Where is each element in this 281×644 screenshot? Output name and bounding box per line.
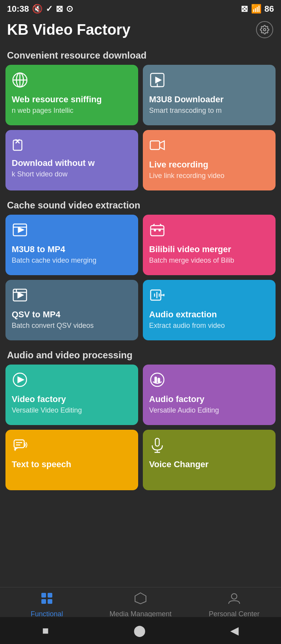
audio-factory-title: Audio factory — [149, 394, 269, 404]
nav-personal[interactable]: Personal Center — [187, 591, 281, 618]
card-m3u8-mp4[interactable]: M3U8 to MP4 Batch cache video merging — [5, 215, 138, 275]
time-display: 10:38 — [7, 4, 29, 14]
video-factory-icon — [12, 372, 132, 390]
voice-changer-icon — [149, 437, 269, 455]
app-title: KB Video Factory — [7, 21, 130, 38]
audio-ext-title: Audio extraction — [149, 310, 269, 320]
call-icon: ⊙ — [66, 4, 73, 14]
svg-rect-43 — [41, 593, 46, 598]
video-factory-subtitle: Versatile Video Editing — [12, 406, 132, 415]
card-voice-changer[interactable]: Voice Changer — [143, 430, 276, 490]
card-audio-factory[interactable]: Audio factory Versatile Audio Editing — [143, 365, 276, 425]
bilibili-title: Bilibili video merger — [149, 244, 269, 254]
m3u8-dl-title: M3U8 Downloader — [149, 94, 269, 105]
settings-button[interactable] — [255, 20, 274, 39]
nav-functional[interactable]: Functional — [0, 591, 94, 618]
functional-nav-icon — [40, 591, 54, 608]
svg-rect-36 — [158, 378, 160, 382]
svg-marker-23 — [18, 292, 23, 298]
dl-without-icon — [12, 137, 132, 154]
m3u8-dl-subtitle: Smart transcoding to m — [149, 106, 269, 115]
bilibili-subtitle: Batch merge videos of Bilib — [149, 256, 269, 265]
system-square-button[interactable]: ■ — [37, 623, 53, 639]
system-circle-button[interactable]: ⬤ — [129, 623, 150, 639]
tts-title: Text to speech — [12, 459, 132, 470]
live-rec-title: Live recording — [149, 160, 269, 170]
dl-without-subtitle: k Short video dow — [12, 170, 132, 179]
card-web-sniff[interactable]: Web resource sniffing n web pages Intell… — [5, 65, 138, 125]
svg-point-34 — [151, 373, 164, 386]
system-nav-bar: ■ ⬤ ◀ — [0, 617, 281, 644]
card-live-rec[interactable]: Live recording Live link recording video — [143, 130, 276, 190]
audio-ext-subtitle: Extract audio from video — [149, 321, 269, 330]
svg-marker-14 — [18, 228, 23, 232]
m3u8-dl-icon — [149, 72, 269, 91]
voice-changer-title: Voice Changer — [149, 459, 269, 470]
web-sniff-subtitle: n web pages Intellic — [12, 106, 132, 115]
video-factory-title: Video factory — [12, 394, 132, 404]
audio-factory-subtitle: Versatile Audio Editing — [149, 406, 269, 415]
audio-factory-icon — [149, 372, 269, 390]
close-icon: ⊠ — [241, 4, 248, 14]
status-right: ⊠ 📶 86 — [241, 4, 274, 14]
card-bilibili[interactable]: Bilibili video merger Batch merge videos… — [143, 215, 276, 275]
svg-rect-40 — [155, 438, 159, 446]
qsv-mp4-icon — [12, 287, 132, 306]
m3u8-mp4-icon — [12, 222, 132, 240]
svg-marker-33 — [18, 377, 23, 382]
audio-ext-icon — [149, 287, 269, 306]
media-nav-icon — [133, 591, 148, 608]
svg-marker-47 — [135, 593, 146, 604]
qsv-mp4-subtitle: Batch convert QSV videos — [12, 321, 132, 330]
svg-point-48 — [231, 594, 237, 599]
mute-icon: 🔇 — [32, 4, 43, 14]
qsv-mp4-title: QSV to MP4 — [12, 310, 132, 320]
card-video-factory[interactable]: Video factory Versatile Video Editing — [5, 365, 138, 425]
svg-rect-16 — [151, 226, 164, 236]
bilibili-icon — [149, 222, 269, 240]
bottom-nav: Functional Media Management Personal Cen… — [0, 587, 281, 621]
card-m3u8-dl[interactable]: M3U8 Downloader Smart transcoding to m — [143, 65, 276, 125]
gallery-icon: ⊠ — [56, 4, 63, 14]
wifi-icon: 📶 — [251, 4, 261, 14]
live-rec-subtitle: Live link recording video — [149, 171, 269, 180]
svg-rect-46 — [48, 599, 52, 604]
web-sniff-title: Web resource sniffing — [12, 94, 132, 105]
live-rec-icon — [149, 137, 269, 156]
battery-icon: 86 — [265, 4, 274, 14]
svg-marker-6 — [156, 77, 161, 83]
svg-rect-44 — [48, 593, 52, 598]
svg-rect-37 — [14, 440, 24, 448]
cards-grid-cache: M3U8 to MP4 Batch cache video merging Bi… — [0, 215, 281, 346]
m3u8-mp4-title: M3U8 to MP4 — [12, 244, 132, 254]
section-convenient-label: Convenient resource download — [0, 46, 281, 65]
card-audio-ext[interactable]: Audio extraction Extract audio from vide… — [143, 280, 276, 340]
status-left: 10:38 🔇 ✓ ⊠ ⊙ — [7, 4, 73, 14]
web-sniff-icon — [12, 72, 132, 91]
dl-without-title: Download without w — [12, 158, 132, 168]
tts-icon — [12, 437, 132, 455]
cards-grid-avprocess: Video factory Versatile Video Editing Au… — [0, 365, 281, 496]
system-back-button[interactable]: ◀ — [226, 623, 244, 639]
svg-rect-45 — [41, 599, 46, 604]
personal-nav-icon — [227, 591, 241, 608]
settings-icon — [256, 21, 273, 38]
section-avprocess-label: Audio and video processing — [0, 346, 281, 365]
svg-point-0 — [263, 28, 266, 31]
sync-icon: ✓ — [46, 4, 53, 14]
svg-rect-35 — [155, 377, 157, 382]
svg-rect-12 — [150, 141, 160, 149]
nav-media[interactable]: Media Management — [94, 591, 187, 618]
card-tts[interactable]: Text to speech — [5, 430, 138, 490]
section-cache-label: Cache sound video extraction — [0, 196, 281, 215]
status-bar: 10:38 🔇 ✓ ⊠ ⊙ ⊠ 📶 86 — [0, 0, 281, 16]
app-header: KB Video Factory — [0, 16, 281, 46]
cards-grid-convenient: Web resource sniffing n web pages Intell… — [0, 65, 281, 196]
m3u8-mp4-subtitle: Batch cache video merging — [12, 256, 132, 265]
card-dl-without[interactable]: Download without w k Short video dow — [5, 130, 138, 190]
card-qsv-mp4[interactable]: QSV to MP4 Batch convert QSV videos — [5, 280, 138, 340]
